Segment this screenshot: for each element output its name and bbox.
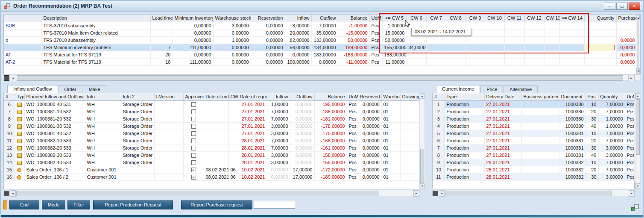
- current-income-row[interactable]: 8 Production 27.01.2021 1000381 40 3,000…: [433, 151, 634, 159]
- scrollbar-thumb[interactable]: [420, 149, 424, 183]
- mode-button[interactable]: Mode: [42, 200, 65, 209]
- inflow-outflow-column-header[interactable]: Warehouse: [381, 93, 400, 100]
- splitter-grip[interactable]: [433, 191, 438, 196]
- scrollbar-thumb[interactable]: [636, 99, 640, 155]
- inflow-outflow-row[interactable]: 13 WO: 1000382-30 533 WH Storage Order 2…: [4, 151, 420, 159]
- approved-checkbox[interactable]: [191, 131, 196, 136]
- current-income-row[interactable]: 3 Production 27.01.2021 1000380 30 1,000…: [433, 115, 634, 122]
- cell-quantity[interactable]: [584, 44, 616, 51]
- item-table-vscrollbar[interactable]: ▲ ▼: [636, 15, 640, 74]
- scrollbar-thumb[interactable]: [17, 75, 623, 81]
- splitter-grip[interactable]: [4, 191, 9, 196]
- inflow-outflow-column-header[interactable]: Balance: [314, 93, 347, 100]
- inflow-outflow-column-header[interactable]: I-Version: [154, 93, 183, 100]
- inflow-outflow-row[interactable]: 11 WO: 1000382-10 533 WH Storage Order 2…: [4, 137, 420, 144]
- current-income-column-header[interactable]: Business partner: [521, 93, 559, 100]
- item-column-header[interactable]: Lead time: [150, 15, 173, 22]
- splitter-grip[interactable]: [4, 75, 9, 81]
- inflow-outflow-column-header[interactable]: Approved: [183, 93, 204, 100]
- cell-quantity[interactable]: [584, 51, 616, 58]
- inflow-outflow-row[interactable]: 6 WO: 1000380-40 531 WH Storage Order 27…: [4, 100, 420, 108]
- maximize-button[interactable]: □: [616, 3, 628, 10]
- scroll-left-icon[interactable]: ◄: [439, 190, 445, 197]
- current-income-row[interactable]: 9 Production 28.01.2021 1000382 10 7,000…: [433, 159, 634, 166]
- tab[interactable]: Order: [59, 85, 82, 93]
- item-row[interactable]: AT TFS Material for TFS 37119 20 0,00000…: [4, 51, 637, 58]
- scroll-down-icon[interactable]: ▼: [636, 68, 640, 74]
- current-income-row[interactable]: 5 Production 27.01.2021 1000381 10 7,000…: [433, 130, 634, 137]
- inflow-outflow-row[interactable]: 10 WO: 1000381-40 532 WH Storage Order 2…: [4, 130, 420, 137]
- inflow-outflow-row[interactable]: 12 WO: 1000382-20 533 WH Storage Order 2…: [4, 144, 420, 151]
- cell-quantity[interactable]: [584, 36, 616, 44]
- inflow-outflow-column-header[interactable]: Inflow: [267, 93, 290, 100]
- cell-quantity[interactable]: [584, 58, 616, 65]
- scrollbar-thumb[interactable]: [637, 21, 639, 68]
- inflow-outflow-column-header[interactable]: CW: [228, 93, 238, 100]
- scroll-down-icon[interactable]: ▼: [420, 183, 424, 189]
- tab[interactable]: Make: [83, 85, 106, 93]
- item-table-hscrollbar[interactable]: ◄ ►: [3, 74, 641, 81]
- item-column-header[interactable]: Reservation: [251, 15, 285, 22]
- scroll-right-icon[interactable]: ►: [629, 190, 635, 197]
- scroll-left-icon[interactable]: ◄: [10, 190, 16, 197]
- scroll-up-icon[interactable]: ▲: [635, 93, 640, 99]
- inflow-outflow-column-header[interactable]: Outflow: [290, 93, 314, 100]
- inflow-outflow-column-header[interactable]: Info: [85, 93, 121, 100]
- item-column-header[interactable]: Outflow: [311, 15, 338, 22]
- inflow-outflow-column-header[interactable]: Date of requiren: [238, 93, 267, 100]
- current-income-column-header[interactable]: UoM: [625, 93, 634, 100]
- current-income-vscrollbar[interactable]: ▲ ▼: [635, 93, 641, 189]
- item-column-header[interactable]: Warehouse stock: [213, 15, 251, 22]
- approved-checkbox[interactable]: [191, 102, 196, 107]
- approved-checkbox[interactable]: [191, 153, 196, 158]
- inflow-outflow-column-header[interactable]: Date of order: [204, 93, 228, 100]
- current-income-column-header[interactable]: #: [433, 93, 445, 100]
- inflow-outflow-row[interactable]: 16 Sales Order: 106 / 2 Customer 001 ✓ 0…: [4, 173, 420, 180]
- current-income-hscrollbar[interactable]: ◄ ►: [432, 190, 635, 196]
- report-production-request-button[interactable]: Report Production Request: [93, 200, 173, 209]
- approved-checkbox[interactable]: [191, 109, 196, 114]
- inflow-outflow-row[interactable]: 14 WO: 1000382-40 533 WH Storage Order 2…: [4, 159, 420, 166]
- scroll-down-icon[interactable]: ▼: [635, 183, 640, 189]
- item-row[interactable]: SUB TFS-37010 subassembly 0,00000 3,0000…: [4, 22, 637, 29]
- item-column-header[interactable]: Balance: [338, 15, 369, 22]
- item-column-header[interactable]: CW 9: [465, 15, 485, 22]
- item-row[interactable]: AT-2 TFS Material for TFS 37119 10 111,0…: [4, 58, 637, 65]
- item-column-header[interactable]: CW 10: [485, 15, 504, 22]
- inflow-outflow-column-header[interactable]: Reserved: [358, 93, 381, 100]
- approved-checkbox[interactable]: [191, 138, 196, 143]
- cell-quantity[interactable]: [584, 22, 616, 29]
- inflow-outflow-hscrollbar[interactable]: ◄ ►: [3, 190, 419, 196]
- scroll-left-icon[interactable]: ◄: [10, 75, 16, 81]
- current-income-row[interactable]: 2 Production 27.01.2021 1000380 20 7,000…: [433, 108, 634, 115]
- item-column-header[interactable]: Quantity: [584, 15, 616, 22]
- current-income-column-header[interactable]: Type: [445, 93, 484, 100]
- tab[interactable]: Current income: [436, 85, 480, 93]
- approved-checkbox[interactable]: [191, 117, 196, 121]
- inflow-outflow-vscrollbar[interactable]: ▲ ▼: [419, 93, 425, 189]
- approved-checkbox[interactable]: [191, 124, 196, 129]
- scroll-right-icon[interactable]: ►: [628, 75, 635, 81]
- inflow-outflow-column-header[interactable]: Typ: [15, 93, 24, 100]
- item-column-header[interactable]: UoM: [369, 15, 382, 22]
- scrollbar-thumb[interactable]: [445, 191, 612, 196]
- current-income-column-header[interactable]: Pos: [585, 93, 598, 100]
- scroll-right-icon[interactable]: ►: [413, 190, 419, 197]
- item-row[interactable]: TFS Minimum inventory problem 7 111,0000…: [4, 44, 637, 51]
- tab[interactable]: Alternative: [503, 85, 538, 93]
- current-income-row[interactable]: 6 Production 27.01.2021 1000381 20 7,000…: [433, 137, 634, 144]
- current-income-column-header[interactable]: Quantity: [598, 93, 625, 100]
- approved-checkbox[interactable]: [191, 146, 196, 150]
- item-column-header[interactable]: Minimum Inventory: [173, 15, 213, 22]
- end-button[interactable]: End: [9, 200, 39, 209]
- scroll-up-icon[interactable]: ▲: [420, 93, 424, 99]
- close-button[interactable]: ×: [629, 3, 640, 10]
- inflow-outflow-row[interactable]: 15 Sales Order: 106 / 1 Customer 001 ✓ 0…: [4, 166, 420, 173]
- current-income-row[interactable]: 7 Production 27.01.2021 1000381 30 3,000…: [433, 144, 634, 151]
- item-column-header[interactable]: [4, 15, 41, 22]
- item-column-header[interactable]: CW 12: [524, 15, 544, 22]
- item-column-header[interactable]: Inflow: [285, 15, 311, 22]
- inflow-outflow-column-header[interactable]: Drawing: [400, 93, 420, 100]
- item-column-header[interactable]: Purchase ite: [616, 15, 637, 22]
- item-column-header[interactable]: CW 13: [544, 15, 559, 22]
